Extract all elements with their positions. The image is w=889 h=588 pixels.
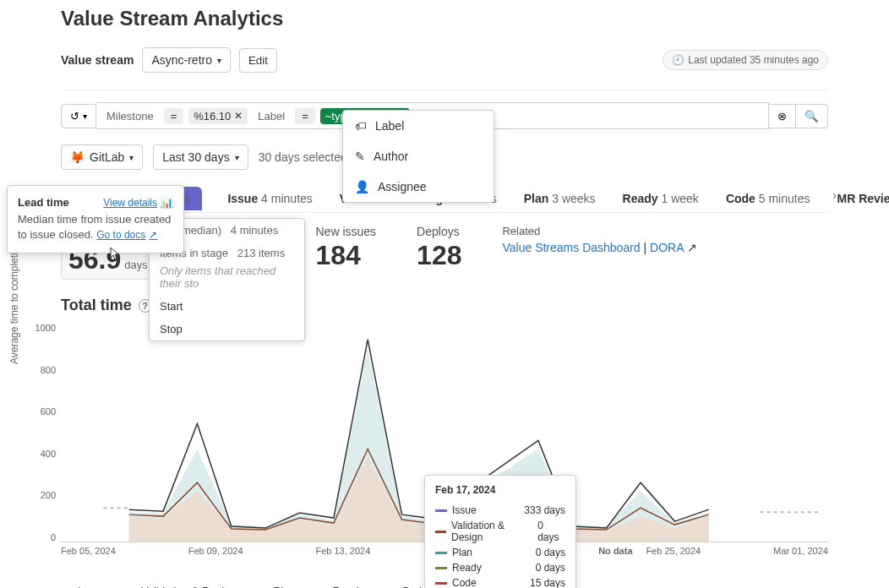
metric-deploys[interactable]: Deploys 128 (417, 225, 461, 271)
y-tick: 600 (30, 406, 56, 416)
hover-stop[interactable]: Stop (150, 318, 304, 340)
legend-label: Issue (78, 585, 104, 588)
view-details-link[interactable]: View details 📊 (103, 197, 173, 209)
tooltip-title-text: Lead time (18, 196, 69, 209)
separator: | (641, 241, 650, 254)
metric-new-issues[interactable]: New issues 184 (316, 225, 377, 271)
filter-op-eq: = (164, 108, 184, 124)
x-tick: Feb 13, 2024 (315, 546, 370, 556)
metric-label: New issues (316, 225, 377, 238)
legend-item[interactable]: Plan (257, 585, 296, 588)
tip-value: 0 days (537, 520, 565, 543)
tab-value: 4 minutes (261, 192, 313, 205)
legend-label: Validation & Design (141, 585, 237, 588)
y-axis-ticks: 0 200 400 600 800 1000 (30, 323, 56, 542)
metric-unit: days (124, 259, 147, 271)
metric-value: 184 (316, 240, 361, 271)
suggest-text: Author (374, 150, 408, 163)
history-icon: ↺ (70, 110, 79, 122)
page-title: Value Stream Analytics (61, 7, 828, 30)
search-button[interactable]: 🔍 (796, 104, 828, 128)
last-updated-badge: 🕘 Last updated 35 minutes ago (663, 50, 828, 70)
hover-hint: Only items that reached their sto (150, 264, 304, 295)
tooltip-date: Feb 17, 2024 (435, 484, 565, 496)
legend-label: Ready (333, 585, 365, 588)
y-tick: 0 (30, 532, 56, 542)
chevron-down-icon: ▾ (129, 153, 134, 162)
link-dora[interactable]: DORA (650, 241, 684, 254)
tab-label: Plan (524, 192, 549, 205)
legend-item[interactable]: Issue (61, 585, 104, 588)
tip-value: 0 days (536, 547, 565, 558)
tab-issue[interactable]: Issue 4 minutes (226, 185, 314, 212)
suggest-text: Label (375, 119, 404, 133)
gitlab-icon: 🦊 (70, 150, 85, 164)
clock-icon: 🕘 (672, 54, 684, 66)
external-link-icon: ↗ (687, 241, 697, 254)
x-tick: Mar 01, 2024 (773, 546, 828, 556)
section-title-text: Total time (61, 297, 132, 314)
suggest-item-label[interactable]: 🏷Label (343, 111, 494, 141)
view-details-text: View details (103, 197, 157, 209)
legend-item[interactable]: Code (385, 585, 428, 588)
hover-items-value: 213 items (237, 247, 285, 259)
cursor-pointer-icon (106, 247, 122, 264)
y-tick: 200 (30, 490, 56, 500)
suggest-item-author[interactable]: ✎Author (343, 141, 494, 172)
filter-val-milestone[interactable]: %16.10 ✕ (188, 108, 248, 124)
lead-time-tooltip: Lead time View details 📊 Median time fro… (7, 185, 184, 253)
tip-label: Issue (452, 504, 477, 516)
hint-text-value: 30 days selected (259, 150, 347, 164)
clear-icon: ⊗ (777, 110, 787, 122)
y-tick: 400 (30, 449, 56, 459)
pencil-icon: ✎ (355, 150, 365, 163)
tab-ready[interactable]: Ready 1 week (621, 185, 701, 212)
legend-label: Plan (274, 585, 296, 588)
metric-value: 128 (417, 240, 461, 271)
docs-text: Go to docs (96, 228, 145, 242)
legend-item[interactable]: Validation & Design (124, 585, 237, 588)
clear-filters-button[interactable]: ⊗ (769, 104, 796, 128)
tab-label: Ready (623, 192, 658, 205)
total-time-chart[interactable]: Average time to completion (days) 0 200 … (61, 323, 828, 559)
chevron-down-icon: ▾ (217, 56, 221, 65)
external-link-icon: ↗ (149, 228, 157, 242)
value-stream-label: Value stream (61, 53, 134, 67)
legend-item[interactable]: Ready (316, 585, 365, 588)
scroll-right-button[interactable]: › (832, 188, 837, 202)
tag-icon: 🏷 (355, 119, 367, 133)
metric-label: Deploys (417, 225, 461, 238)
link-vsd[interactable]: Value Streams Dashboard (502, 241, 640, 254)
suggest-text: Assignee (378, 180, 427, 193)
tip-label: Validation & Design (451, 520, 532, 543)
tab-label: Issue (227, 192, 258, 205)
filter-key-milestone[interactable]: Milestone (101, 108, 159, 124)
date-range-dropdown[interactable]: Last 30 days ▾ (153, 144, 248, 170)
chevron-down-icon: ▾ (83, 112, 87, 121)
suggest-item-assignee[interactable]: 👤Assignee (343, 172, 494, 202)
close-icon[interactable]: ✕ (234, 110, 243, 122)
edit-button[interactable]: Edit (239, 48, 277, 73)
tab-value: 5 minutes (759, 192, 810, 205)
metric-related: Related Value Streams Dashboard | DORA ↗ (502, 225, 696, 254)
hover-start[interactable]: Start (150, 295, 304, 318)
project-dropdown[interactable]: 🦊 GitLab ▾ (61, 144, 143, 170)
no-data-label: No data (598, 546, 632, 556)
filter-key-label[interactable]: Label (253, 108, 290, 124)
last-updated-text: Last updated 35 minutes ago (688, 54, 819, 66)
tab-plan[interactable]: Plan 3 weeks (522, 185, 597, 212)
go-to-docs-link[interactable]: Go to docs ↗ (96, 228, 157, 242)
hover-median-value: 4 minutes (231, 224, 278, 237)
date-range-label: Last 30 days (162, 150, 229, 164)
filter-suggestions-menu: 🏷Label ✎Author 👤Assignee (342, 110, 494, 203)
tab-label: Code (726, 192, 755, 205)
history-button[interactable]: ↺ ▾ (61, 104, 96, 128)
divider (61, 90, 828, 90)
value-stream-dropdown[interactable]: Async-retro ▾ (142, 47, 231, 73)
x-tick: Feb 09, 2024 (188, 546, 243, 556)
tab-label: MR Review (837, 192, 889, 205)
y-tick: 800 (30, 365, 56, 375)
tip-label: Ready (452, 562, 482, 574)
tab-code[interactable]: Code 5 minutes (724, 185, 812, 212)
tab-mr-review[interactable]: MR Review 2 days (835, 185, 889, 212)
